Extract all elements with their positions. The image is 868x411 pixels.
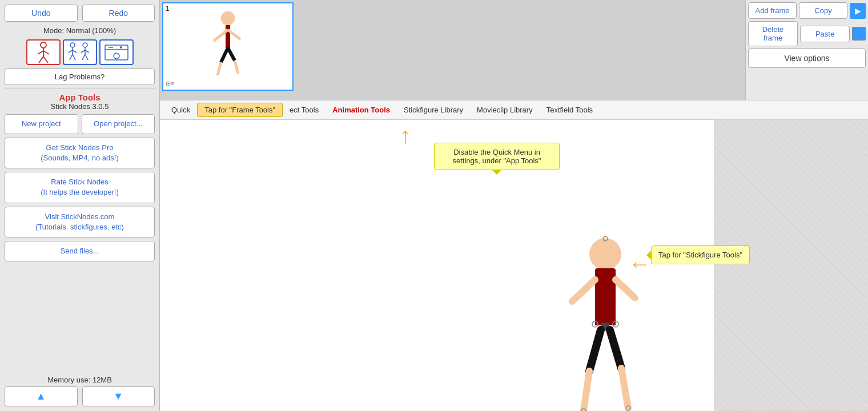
open-project-button[interactable]: Open project... <box>82 114 155 134</box>
frame-number: 1 <box>166 5 170 13</box>
right-panel: Add frame Copy ▶ Delete frame Paste View… <box>745 0 868 100</box>
quick-menu-tooltip: Disable the Quick Menu in settings, unde… <box>434 143 560 170</box>
settings-icon <box>103 42 130 63</box>
stickfigure-tools-tooltip: Tap for "Stickfigure Tools" <box>651 245 750 264</box>
scroll-buttons: ▲ ▼ <box>5 386 155 406</box>
mode-label: Mode: Normal (100%) <box>5 25 155 36</box>
send-files-button[interactable]: Send files... <box>5 241 155 261</box>
svg-line-4 <box>39 57 43 63</box>
bottom-frame-controls: Delete frame Paste <box>748 21 866 46</box>
svg-line-9 <box>73 50 77 53</box>
stickfigure-tool-button[interactable] <box>26 39 61 65</box>
toolbar-frame-tools[interactable]: Tap for "Frame Tools" <box>197 103 283 117</box>
svg-line-46 <box>584 371 589 411</box>
svg-line-30 <box>235 61 238 74</box>
top-area: 1 ⊞≡ <box>160 0 868 100</box>
frame-icons: ⊞≡ <box>166 80 174 87</box>
rate-label: Rate Stick Nodes (It helps the developer… <box>41 178 119 196</box>
redo-button[interactable]: Redo <box>82 5 155 22</box>
scroll-down-button[interactable]: ▼ <box>82 386 155 406</box>
settings-tool-button[interactable] <box>99 39 134 65</box>
frame-thumbnail[interactable]: 1 ⊞≡ <box>162 2 294 91</box>
get-pro-label: Get Stick Nodes Pro (Sounds, MP4, no ads… <box>41 143 119 162</box>
svg-line-17 <box>85 54 88 60</box>
open-project-label: Open project... <box>94 119 142 128</box>
lag-problems-button[interactable]: Lag Problems? <box>5 68 155 85</box>
stickfigure-tools-tooltip-text: Tap for "Stickfigure Tools" <box>658 251 742 259</box>
svg-line-42 <box>589 330 601 371</box>
new-project-button[interactable]: New project <box>5 114 78 134</box>
version-label: Stick Nodes 3.0.5 <box>5 102 155 111</box>
scroll-up-button[interactable]: ▲ <box>5 386 78 406</box>
svg-point-6 <box>70 43 75 47</box>
toolbar-stickfigure-library[interactable]: Stickfigure Library <box>397 103 470 116</box>
svg-point-23 <box>221 11 235 25</box>
canvas-area[interactable]: ↑ Disable the Quick Menu in settings, un… <box>160 120 868 411</box>
multi-figure-icon <box>66 42 94 63</box>
top-frame-controls: Add frame Copy ▶ <box>748 2 866 19</box>
svg-line-2 <box>38 51 43 54</box>
svg-line-43 <box>610 330 621 368</box>
paste-button[interactable]: Paste <box>800 26 850 42</box>
copy-button[interactable]: Copy <box>799 2 847 19</box>
svg-line-15 <box>85 50 89 53</box>
play-button[interactable]: ▶ <box>850 3 866 19</box>
svg-point-20 <box>114 53 119 59</box>
svg-line-37 <box>616 280 635 298</box>
svg-line-47 <box>621 368 628 408</box>
memory-label: Memory use: 12MB <box>5 376 155 384</box>
svg-line-3 <box>43 51 49 54</box>
undo-button[interactable]: Undo <box>5 5 78 22</box>
delete-frame-button[interactable]: Delete frame <box>748 21 798 46</box>
rate-button[interactable]: Rate Stick Nodes (It helps the developer… <box>5 172 155 203</box>
hatched-background <box>714 120 868 411</box>
svg-point-22 <box>120 46 122 49</box>
svg-line-16 <box>82 54 85 60</box>
svg-line-27 <box>221 48 228 62</box>
app-tools-title: App Tools <box>5 92 155 102</box>
toolbar-movieclip-library[interactable]: Movieclip Library <box>470 103 540 116</box>
stickfigure-icon <box>33 42 54 63</box>
svg-line-8 <box>69 50 73 53</box>
arrow-up-frame: ↑ <box>400 123 411 148</box>
svg-point-0 <box>41 42 46 48</box>
svg-line-28 <box>228 48 235 61</box>
svg-line-5 <box>43 57 48 63</box>
toolbar-animation-tools[interactable]: Animation Tools <box>326 103 397 116</box>
main-content: 1 ⊞≡ <box>160 0 868 411</box>
svg-line-11 <box>73 54 75 60</box>
project-row: New project Open project... <box>5 114 155 134</box>
color-box[interactable] <box>852 27 866 41</box>
svg-point-31 <box>589 238 621 270</box>
tool-icons-row <box>5 39 155 65</box>
svg-line-29 <box>218 62 221 75</box>
add-frame-button[interactable]: Add frame <box>748 2 797 19</box>
toolbar-quick[interactable]: Quick <box>164 103 197 116</box>
visit-label: Visit StickNodes.com (Tutorials, stickfi… <box>35 212 124 231</box>
thumbnail-stickfigure <box>205 8 251 76</box>
frame-strip[interactable]: 1 ⊞≡ <box>160 0 745 100</box>
multi-figure-tool-button[interactable] <box>63 39 97 65</box>
sidebar: Undo Redo Mode: Normal (100%) <box>0 0 160 411</box>
toolbar: Quick Tap for "Frame Tools" ect Tools An… <box>160 100 868 120</box>
svg-line-14 <box>81 50 85 53</box>
undo-redo-row: Undo Redo <box>5 5 155 22</box>
visit-button[interactable]: Visit StickNodes.com (Tutorials, stickfi… <box>5 207 155 237</box>
toolbar-textfield-tools[interactable]: Textfield Tools <box>540 103 600 116</box>
svg-line-10 <box>70 54 73 60</box>
svg-point-12 <box>83 43 87 47</box>
quick-menu-tooltip-text: Disable the Quick Menu in settings, unde… <box>453 148 541 165</box>
svg-line-36 <box>572 280 595 301</box>
toolbar-ect-tools[interactable]: ect Tools <box>283 103 326 116</box>
get-pro-button[interactable]: Get Stick Nodes Pro (Sounds, MP4, no ads… <box>5 138 155 168</box>
view-options-button[interactable]: View options <box>748 49 866 68</box>
